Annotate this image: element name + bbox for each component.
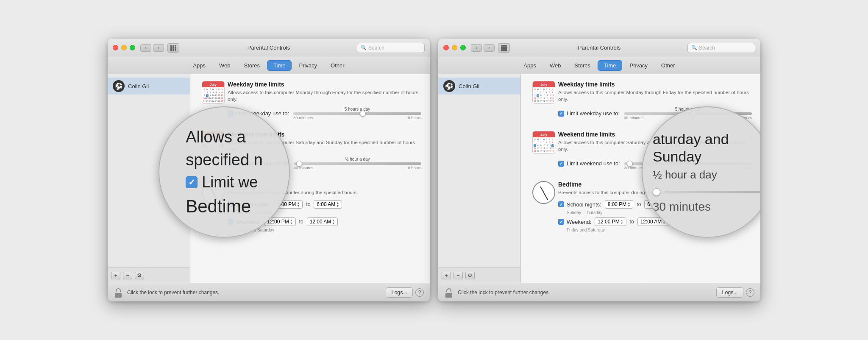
weekend-slider-track-left[interactable] — [294, 162, 421, 165]
school-to-stepper-left[interactable]: ▲ ▼ — [336, 201, 339, 207]
lock-icon-right[interactable] — [444, 287, 453, 298]
weekday-slider-container-left: 5 hours a day 30 minutes 8 hours — [293, 107, 421, 120]
remove-user-button-right[interactable]: − — [453, 272, 463, 279]
weekday-checkbox-right[interactable] — [558, 111, 564, 117]
tab-privacy-right[interactable]: Privacy — [623, 60, 654, 71]
school-to-field-left[interactable]: 6:00 AM ▲ ▼ — [314, 200, 342, 209]
weekend-bedtime-label-right[interactable]: Weekend: — [558, 219, 591, 225]
zoom-right-small: 30 minutes — [653, 200, 760, 214]
search-label-right: Search — [699, 45, 715, 51]
add-user-button-right[interactable]: + — [442, 272, 451, 279]
zoom-right-line1: aturday and Sunday — [653, 131, 760, 165]
weekday-title-left: Weekday time limits — [228, 81, 421, 88]
tab-other-right[interactable]: Other — [655, 60, 682, 71]
weekday-slider-track-left[interactable] — [293, 112, 421, 115]
weekend-from-field-right[interactable]: 12:00 PM ▲ ▼ — [595, 217, 626, 226]
weekend-to-stepper-left[interactable]: ▲ ▼ — [332, 219, 335, 225]
weekend-from-up-right[interactable]: ▲ — [620, 219, 623, 222]
weekend-checkbox-right[interactable] — [558, 161, 564, 167]
tab-web-left[interactable]: Web — [213, 60, 237, 71]
weekday-slider-labels-left: 30 minutes 8 hours — [293, 115, 421, 120]
school-from-up-left[interactable]: ▲ — [297, 201, 300, 204]
school-to-value-left: 6:00 AM — [317, 201, 335, 207]
weekend-from-value-right: 12:00 PM — [598, 219, 619, 225]
tab-time-left[interactable]: Time — [267, 60, 292, 71]
settings-button-left[interactable]: ⚙ — [135, 272, 144, 279]
sidebar-user-colin-left[interactable]: ⚽ Colin Gil — [108, 78, 190, 95]
tab-apps-right[interactable]: Apps — [517, 60, 542, 71]
school-from-down-right[interactable]: ▼ — [627, 204, 630, 207]
cal-header-left: July — [202, 81, 224, 87]
logs-button-left[interactable]: Logs... — [386, 287, 413, 298]
lock-icon-left[interactable] — [114, 287, 123, 298]
zoom-button-right[interactable] — [460, 45, 466, 50]
tab-stores-right[interactable]: Stores — [568, 60, 597, 71]
back-button-right[interactable]: ‹ — [471, 44, 482, 52]
school-to-down-left[interactable]: ▼ — [336, 204, 339, 207]
weekend-bedtime-checkbox-right[interactable] — [558, 219, 564, 225]
weekend-to-down-left[interactable]: ▼ — [332, 222, 335, 225]
logs-button-right[interactable]: Logs... — [716, 287, 743, 298]
tab-web-right[interactable]: Web — [543, 60, 568, 71]
zoom-heading-left: Bedtime — [186, 196, 263, 217]
help-button-left[interactable]: ? — [415, 288, 424, 297]
add-user-button-left[interactable]: + — [111, 272, 120, 279]
forward-button-left[interactable]: › — [153, 44, 164, 52]
sidebar-user-colin-right[interactable]: ⚽ Colin Gil — [438, 78, 520, 95]
remove-user-button-left[interactable]: − — [123, 272, 132, 279]
user-name-left: Colin Gil — [128, 83, 149, 89]
tab-bar-left: Apps Web Stores Time Privacy Other — [108, 57, 430, 74]
lock-shackle-right — [446, 288, 451, 292]
search-box-right[interactable]: 🔍 Search — [687, 43, 755, 53]
zoom-right-line2: ½ hour a day — [653, 168, 760, 181]
weekend-to-up-left[interactable]: ▲ — [332, 219, 335, 222]
minimize-button-left[interactable] — [121, 45, 127, 50]
help-button-right[interactable]: ? — [746, 288, 754, 297]
weekday-slider-min-right: 30 minutes — [624, 115, 643, 120]
search-box-left[interactable]: 🔍 Search — [357, 43, 425, 53]
minimize-button-right[interactable] — [452, 45, 457, 50]
title-bar-right: ‹ › Parental Controls 🔍 Search — [438, 39, 760, 57]
school-label-right: School nights: — [567, 201, 601, 208]
weekday-slider-max-left: 8 hours — [408, 115, 421, 120]
school-from-field-right[interactable]: 8:00 PM ▲ ▼ — [605, 200, 634, 209]
weekday-slider-label-left: 5 hours a day — [293, 107, 421, 111]
weekday-desc-left: Allows access to this computer Monday th… — [228, 89, 421, 103]
forward-button-right[interactable]: › — [484, 44, 495, 52]
tab-stores-left[interactable]: Stores — [238, 60, 267, 71]
grid-button-right[interactable] — [498, 43, 510, 53]
settings-button-right[interactable]: ⚙ — [465, 272, 475, 279]
clock-icon-right — [532, 181, 555, 204]
weekday-checkbox-label-right[interactable]: Limit weekday use to: — [558, 110, 620, 117]
close-button-left[interactable] — [113, 45, 118, 50]
user-name-right: Colin Gil — [459, 83, 479, 89]
zoom-right-slider-track — [665, 191, 760, 193]
zoom-button-left[interactable] — [130, 45, 135, 50]
grid-icon-left — [170, 45, 176, 51]
zoom-content-left: Allows a specified n Limit we Bedtime — [177, 119, 271, 225]
weekend-from-stepper-right[interactable]: ▲ ▼ — [620, 219, 623, 225]
back-button-left[interactable]: ‹ — [140, 44, 151, 52]
tab-apps-left[interactable]: Apps — [186, 60, 212, 71]
grid-button-left[interactable] — [167, 43, 179, 53]
weekend-slider-max-left: 8 hours — [408, 165, 421, 170]
school-from-down-left[interactable]: ▼ — [297, 204, 300, 207]
tab-privacy-left[interactable]: Privacy — [292, 60, 323, 71]
close-button-right[interactable] — [443, 45, 449, 50]
school-from-up-right[interactable]: ▲ — [627, 201, 630, 204]
school-from-stepper-right[interactable]: ▲ ▼ — [627, 201, 630, 207]
weekend-to-field-left[interactable]: 12:00 AM ▲ ▼ — [307, 217, 338, 226]
right-window: ‹ › Parental Controls 🔍 Search Apps Web … — [438, 39, 760, 301]
tab-other-left[interactable]: Other — [324, 60, 351, 71]
tab-time-right[interactable]: Time — [598, 60, 622, 71]
school-to-up-left[interactable]: ▲ — [336, 201, 339, 204]
weekend-from-stepper-left[interactable]: ▲ ▼ — [290, 219, 293, 225]
school-checkbox-right[interactable] — [558, 201, 564, 207]
school-checkbox-label-right[interactable]: School nights: — [558, 201, 601, 208]
weekend-from-up-left[interactable]: ▲ — [290, 219, 293, 222]
weekend-from-down-right[interactable]: ▼ — [620, 222, 623, 225]
weekend-checkbox-label-right[interactable]: Limit weekend use to: — [558, 160, 620, 167]
school-from-stepper-left[interactable]: ▲ ▼ — [297, 201, 300, 207]
weekend-from-down-left[interactable]: ▼ — [290, 222, 293, 225]
weekend-slider-container-left: ½ hour a day 30 minutes 8 hours — [294, 157, 421, 170]
